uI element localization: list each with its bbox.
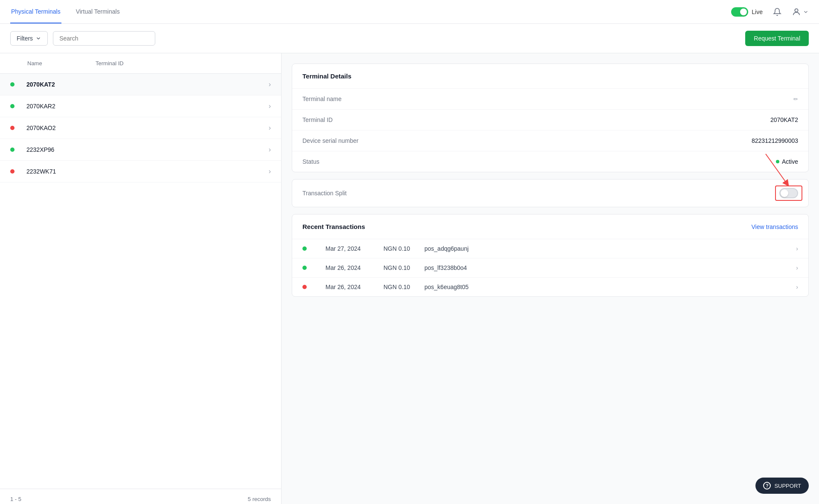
edit-icon[interactable]: ✏ — [793, 96, 798, 102]
terminal-id-value: 2070KAR2 — [26, 103, 269, 110]
support-icon: ? — [763, 482, 771, 490]
user-icon — [792, 7, 801, 17]
serial-label: Device serial number — [302, 137, 359, 144]
status-label: Status — [302, 158, 319, 165]
txn-status-dot — [302, 246, 307, 251]
row-chevron-icon: › — [269, 124, 271, 132]
terminal-details-card: Terminal Details Terminal name ✏ Termina… — [292, 64, 809, 172]
txn-date: Mar 26, 2024 — [325, 284, 377, 290]
row-chevron-icon: › — [269, 81, 271, 88]
status-dot-red — [10, 169, 15, 174]
pagination: 1 - 5 5 records — [0, 489, 281, 504]
filters-label: Filters — [17, 35, 33, 42]
status-dot-green — [10, 148, 15, 152]
view-transactions-link[interactable]: View transactions — [752, 223, 798, 230]
detail-row-status: Status Active — [292, 151, 808, 172]
terminal-name-label: Terminal name — [302, 96, 342, 102]
pagination-range: 1 - 5 — [10, 496, 21, 502]
terminal-id-value: 2232XP96 — [26, 146, 269, 153]
txn-amount: NGN 0.10 — [383, 245, 418, 252]
recent-transactions-card: Recent Transactions View transactions Ma… — [292, 214, 809, 297]
svg-point-0 — [795, 9, 798, 12]
table-row[interactable]: 2070KAT2 › — [0, 74, 281, 96]
txn-amount: NGN 0.10 — [383, 284, 418, 290]
terminal-id-value: 2232WK71 — [26, 168, 269, 175]
table-rows: 2070KAT2 › 2070KAR2 › 2070KAO2 › 2232XP9… — [0, 74, 281, 489]
live-label: Live — [752, 9, 763, 15]
nav-right: Live — [731, 6, 809, 18]
txn-status-dot — [302, 266, 307, 270]
col-terminal-id: Terminal ID — [96, 60, 271, 67]
search-input-wrap — [53, 31, 155, 46]
terminal-id-value: 2070KAO2 — [26, 125, 269, 131]
right-panel: Terminal Details Terminal name ✏ Termina… — [282, 53, 819, 504]
status-dot-red — [10, 126, 15, 130]
txn-chevron-icon: › — [796, 264, 798, 271]
transaction-split-card: Transaction Split — [292, 179, 809, 207]
recent-transactions-header: Recent Transactions View transactions — [292, 214, 808, 239]
chevron-down-icon — [803, 9, 809, 15]
main-layout: Name Terminal ID 2070KAT2 › 2070KAR2 › 2… — [0, 53, 819, 504]
avatar-button[interactable] — [792, 7, 809, 17]
terminal-name-value: ✏ — [793, 96, 798, 102]
txn-chevron-icon: › — [796, 245, 798, 252]
transaction-split-toggle[interactable] — [779, 188, 798, 198]
toolbar: Filters Request Terminal — [0, 24, 819, 53]
left-panel: Name Terminal ID 2070KAT2 › 2070KAR2 › 2… — [0, 53, 282, 504]
live-toggle[interactable]: Live — [731, 7, 763, 17]
search-input[interactable] — [53, 31, 155, 46]
transaction-split-toggle-wrap — [779, 188, 798, 198]
terminal-id-detail-value: 2070KAT2 — [770, 116, 798, 123]
nav-tabs: Physical Terminals Virtual Terminals — [10, 0, 121, 23]
support-button[interactable]: ? SUPPORT — [755, 478, 809, 494]
chevron-down-icon — [35, 35, 41, 41]
txn-id: pos_lf3238b0o4 — [424, 264, 789, 271]
detail-row-serial: Device serial number 82231212990003 — [292, 130, 808, 151]
filters-button[interactable]: Filters — [10, 31, 48, 46]
bell-icon — [773, 8, 781, 16]
txn-id: pos_adqg6paunj — [424, 245, 789, 252]
txn-date: Mar 26, 2024 — [325, 264, 377, 271]
detail-row-terminal-name: Terminal name ✏ — [292, 89, 808, 110]
live-toggle-switch[interactable] — [731, 7, 748, 17]
support-label: SUPPORT — [774, 483, 801, 489]
table-row[interactable]: 2232XP96 › — [0, 139, 281, 161]
request-terminal-button[interactable]: Request Terminal — [745, 31, 809, 46]
table-row[interactable]: 2070KAO2 › — [0, 117, 281, 139]
row-chevron-icon: › — [269, 168, 271, 175]
txn-id: pos_k6euag8t05 — [424, 284, 789, 290]
txn-date: Mar 27, 2024 — [325, 245, 377, 252]
status-value: Active — [776, 158, 798, 165]
transaction-row[interactable]: Mar 26, 2024 NGN 0.10 pos_lf3238b0o4 › — [292, 258, 808, 278]
txn-chevron-icon: › — [796, 284, 798, 290]
status-dot-green — [10, 104, 15, 108]
col-name: Name — [27, 60, 96, 67]
transaction-row[interactable]: Mar 27, 2024 NGN 0.10 pos_adqg6paunj › — [292, 239, 808, 258]
txn-status-dot — [302, 285, 307, 289]
transaction-split-label: Transaction Split — [302, 190, 347, 197]
terminal-id-label: Terminal ID — [302, 116, 333, 123]
tab-virtual-terminals[interactable]: Virtual Terminals — [75, 0, 121, 23]
row-chevron-icon: › — [269, 102, 271, 110]
table-row[interactable]: 2070KAR2 › — [0, 96, 281, 117]
status-dot-green — [10, 82, 15, 87]
table-header: Name Terminal ID — [0, 53, 281, 74]
serial-value: 82231212990003 — [752, 137, 798, 144]
pagination-total: 5 records — [248, 496, 271, 502]
terminal-id-value: 2070KAT2 — [26, 81, 269, 88]
txn-amount: NGN 0.10 — [383, 264, 418, 271]
transaction-split-row: Transaction Split — [292, 180, 808, 207]
top-nav: Physical Terminals Virtual Terminals Liv… — [0, 0, 819, 24]
row-chevron-icon: › — [269, 146, 271, 154]
terminal-details-title: Terminal Details — [292, 64, 808, 89]
transaction-row[interactable]: Mar 26, 2024 NGN 0.10 pos_k6euag8t05 › — [292, 278, 808, 296]
notification-button[interactable] — [771, 6, 783, 18]
recent-transactions-title: Recent Transactions — [302, 223, 365, 230]
detail-row-terminal-id: Terminal ID 2070KAT2 — [292, 110, 808, 130]
table-row[interactable]: 2232WK71 › — [0, 161, 281, 182]
tab-physical-terminals[interactable]: Physical Terminals — [10, 0, 61, 23]
status-green-dot — [776, 160, 779, 163]
